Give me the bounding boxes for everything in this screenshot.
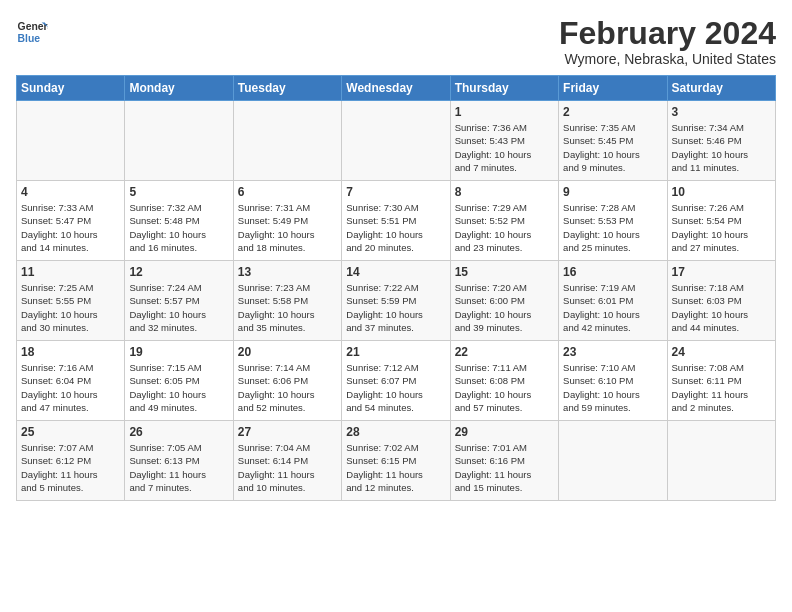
weekday-header-monday: Monday bbox=[125, 76, 233, 101]
day-info: Sunrise: 7:26 AM Sunset: 5:54 PM Dayligh… bbox=[672, 201, 771, 254]
day-number: 25 bbox=[21, 425, 120, 439]
day-info: Sunrise: 7:32 AM Sunset: 5:48 PM Dayligh… bbox=[129, 201, 228, 254]
calendar-cell: 2Sunrise: 7:35 AM Sunset: 5:45 PM Daylig… bbox=[559, 101, 667, 181]
calendar-cell: 16Sunrise: 7:19 AM Sunset: 6:01 PM Dayli… bbox=[559, 261, 667, 341]
calendar-week-2: 4Sunrise: 7:33 AM Sunset: 5:47 PM Daylig… bbox=[17, 181, 776, 261]
day-info: Sunrise: 7:10 AM Sunset: 6:10 PM Dayligh… bbox=[563, 361, 662, 414]
day-number: 12 bbox=[129, 265, 228, 279]
day-number: 23 bbox=[563, 345, 662, 359]
day-info: Sunrise: 7:01 AM Sunset: 6:16 PM Dayligh… bbox=[455, 441, 554, 494]
day-info: Sunrise: 7:31 AM Sunset: 5:49 PM Dayligh… bbox=[238, 201, 337, 254]
day-info: Sunrise: 7:15 AM Sunset: 6:05 PM Dayligh… bbox=[129, 361, 228, 414]
calendar-cell: 19Sunrise: 7:15 AM Sunset: 6:05 PM Dayli… bbox=[125, 341, 233, 421]
calendar-cell bbox=[125, 101, 233, 181]
day-number: 16 bbox=[563, 265, 662, 279]
title-block: February 2024 Wymore, Nebraska, United S… bbox=[559, 16, 776, 67]
calendar-cell: 4Sunrise: 7:33 AM Sunset: 5:47 PM Daylig… bbox=[17, 181, 125, 261]
day-number: 26 bbox=[129, 425, 228, 439]
day-info: Sunrise: 7:24 AM Sunset: 5:57 PM Dayligh… bbox=[129, 281, 228, 334]
day-info: Sunrise: 7:35 AM Sunset: 5:45 PM Dayligh… bbox=[563, 121, 662, 174]
page-subtitle: Wymore, Nebraska, United States bbox=[559, 51, 776, 67]
day-info: Sunrise: 7:19 AM Sunset: 6:01 PM Dayligh… bbox=[563, 281, 662, 334]
day-info: Sunrise: 7:22 AM Sunset: 5:59 PM Dayligh… bbox=[346, 281, 445, 334]
calendar-cell: 10Sunrise: 7:26 AM Sunset: 5:54 PM Dayli… bbox=[667, 181, 775, 261]
svg-text:Blue: Blue bbox=[18, 33, 41, 44]
day-info: Sunrise: 7:33 AM Sunset: 5:47 PM Dayligh… bbox=[21, 201, 120, 254]
day-number: 19 bbox=[129, 345, 228, 359]
weekday-header-sunday: Sunday bbox=[17, 76, 125, 101]
day-info: Sunrise: 7:36 AM Sunset: 5:43 PM Dayligh… bbox=[455, 121, 554, 174]
calendar-week-4: 18Sunrise: 7:16 AM Sunset: 6:04 PM Dayli… bbox=[17, 341, 776, 421]
calendar-cell bbox=[342, 101, 450, 181]
calendar-cell: 9Sunrise: 7:28 AM Sunset: 5:53 PM Daylig… bbox=[559, 181, 667, 261]
day-number: 20 bbox=[238, 345, 337, 359]
calendar-table: SundayMondayTuesdayWednesdayThursdayFrid… bbox=[16, 75, 776, 501]
day-info: Sunrise: 7:02 AM Sunset: 6:15 PM Dayligh… bbox=[346, 441, 445, 494]
day-number: 9 bbox=[563, 185, 662, 199]
page-title: February 2024 bbox=[559, 16, 776, 51]
calendar-cell: 22Sunrise: 7:11 AM Sunset: 6:08 PM Dayli… bbox=[450, 341, 558, 421]
day-info: Sunrise: 7:07 AM Sunset: 6:12 PM Dayligh… bbox=[21, 441, 120, 494]
calendar-cell: 27Sunrise: 7:04 AM Sunset: 6:14 PM Dayli… bbox=[233, 421, 341, 501]
logo-icon: General Blue bbox=[16, 16, 48, 48]
day-info: Sunrise: 7:14 AM Sunset: 6:06 PM Dayligh… bbox=[238, 361, 337, 414]
calendar-cell: 28Sunrise: 7:02 AM Sunset: 6:15 PM Dayli… bbox=[342, 421, 450, 501]
calendar-cell: 14Sunrise: 7:22 AM Sunset: 5:59 PM Dayli… bbox=[342, 261, 450, 341]
day-number: 13 bbox=[238, 265, 337, 279]
weekday-header-wednesday: Wednesday bbox=[342, 76, 450, 101]
day-info: Sunrise: 7:16 AM Sunset: 6:04 PM Dayligh… bbox=[21, 361, 120, 414]
calendar-cell: 23Sunrise: 7:10 AM Sunset: 6:10 PM Dayli… bbox=[559, 341, 667, 421]
day-number: 21 bbox=[346, 345, 445, 359]
day-info: Sunrise: 7:11 AM Sunset: 6:08 PM Dayligh… bbox=[455, 361, 554, 414]
day-number: 2 bbox=[563, 105, 662, 119]
calendar-cell bbox=[17, 101, 125, 181]
day-number: 1 bbox=[455, 105, 554, 119]
day-info: Sunrise: 7:29 AM Sunset: 5:52 PM Dayligh… bbox=[455, 201, 554, 254]
day-number: 15 bbox=[455, 265, 554, 279]
calendar-cell bbox=[233, 101, 341, 181]
day-info: Sunrise: 7:23 AM Sunset: 5:58 PM Dayligh… bbox=[238, 281, 337, 334]
day-info: Sunrise: 7:25 AM Sunset: 5:55 PM Dayligh… bbox=[21, 281, 120, 334]
day-info: Sunrise: 7:18 AM Sunset: 6:03 PM Dayligh… bbox=[672, 281, 771, 334]
calendar-cell: 7Sunrise: 7:30 AM Sunset: 5:51 PM Daylig… bbox=[342, 181, 450, 261]
calendar-cell: 12Sunrise: 7:24 AM Sunset: 5:57 PM Dayli… bbox=[125, 261, 233, 341]
day-number: 6 bbox=[238, 185, 337, 199]
calendar-week-5: 25Sunrise: 7:07 AM Sunset: 6:12 PM Dayli… bbox=[17, 421, 776, 501]
weekday-header-friday: Friday bbox=[559, 76, 667, 101]
day-info: Sunrise: 7:12 AM Sunset: 6:07 PM Dayligh… bbox=[346, 361, 445, 414]
calendar-cell: 8Sunrise: 7:29 AM Sunset: 5:52 PM Daylig… bbox=[450, 181, 558, 261]
day-info: Sunrise: 7:05 AM Sunset: 6:13 PM Dayligh… bbox=[129, 441, 228, 494]
calendar-cell bbox=[559, 421, 667, 501]
calendar-cell: 17Sunrise: 7:18 AM Sunset: 6:03 PM Dayli… bbox=[667, 261, 775, 341]
calendar-week-3: 11Sunrise: 7:25 AM Sunset: 5:55 PM Dayli… bbox=[17, 261, 776, 341]
day-number: 24 bbox=[672, 345, 771, 359]
calendar-cell: 15Sunrise: 7:20 AM Sunset: 6:00 PM Dayli… bbox=[450, 261, 558, 341]
day-info: Sunrise: 7:34 AM Sunset: 5:46 PM Dayligh… bbox=[672, 121, 771, 174]
calendar-cell: 18Sunrise: 7:16 AM Sunset: 6:04 PM Dayli… bbox=[17, 341, 125, 421]
day-number: 17 bbox=[672, 265, 771, 279]
calendar-cell bbox=[667, 421, 775, 501]
calendar-cell: 11Sunrise: 7:25 AM Sunset: 5:55 PM Dayli… bbox=[17, 261, 125, 341]
calendar-cell: 21Sunrise: 7:12 AM Sunset: 6:07 PM Dayli… bbox=[342, 341, 450, 421]
day-number: 14 bbox=[346, 265, 445, 279]
weekday-header-saturday: Saturday bbox=[667, 76, 775, 101]
page-header: General Blue February 2024 Wymore, Nebra… bbox=[16, 16, 776, 67]
calendar-cell: 6Sunrise: 7:31 AM Sunset: 5:49 PM Daylig… bbox=[233, 181, 341, 261]
day-info: Sunrise: 7:30 AM Sunset: 5:51 PM Dayligh… bbox=[346, 201, 445, 254]
day-number: 28 bbox=[346, 425, 445, 439]
calendar-cell: 13Sunrise: 7:23 AM Sunset: 5:58 PM Dayli… bbox=[233, 261, 341, 341]
calendar-cell: 25Sunrise: 7:07 AM Sunset: 6:12 PM Dayli… bbox=[17, 421, 125, 501]
calendar-cell: 3Sunrise: 7:34 AM Sunset: 5:46 PM Daylig… bbox=[667, 101, 775, 181]
day-info: Sunrise: 7:28 AM Sunset: 5:53 PM Dayligh… bbox=[563, 201, 662, 254]
weekday-header-thursday: Thursday bbox=[450, 76, 558, 101]
day-number: 18 bbox=[21, 345, 120, 359]
calendar-cell: 26Sunrise: 7:05 AM Sunset: 6:13 PM Dayli… bbox=[125, 421, 233, 501]
day-number: 10 bbox=[672, 185, 771, 199]
calendar-header-row: SundayMondayTuesdayWednesdayThursdayFrid… bbox=[17, 76, 776, 101]
calendar-week-1: 1Sunrise: 7:36 AM Sunset: 5:43 PM Daylig… bbox=[17, 101, 776, 181]
calendar-cell: 24Sunrise: 7:08 AM Sunset: 6:11 PM Dayli… bbox=[667, 341, 775, 421]
calendar-cell: 20Sunrise: 7:14 AM Sunset: 6:06 PM Dayli… bbox=[233, 341, 341, 421]
weekday-header-tuesday: Tuesday bbox=[233, 76, 341, 101]
day-number: 11 bbox=[21, 265, 120, 279]
day-number: 27 bbox=[238, 425, 337, 439]
